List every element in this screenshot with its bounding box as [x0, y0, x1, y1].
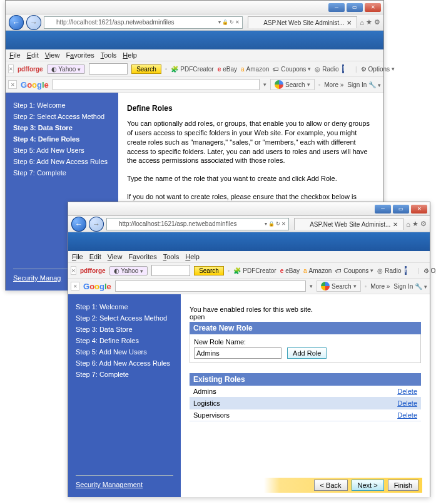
step-4[interactable]: Step 4: Define Roles — [13, 135, 111, 143]
tb-pdfcreator[interactable]: 🧩 PDFCreator — [233, 267, 276, 274]
step-2[interactable]: Step 2: Select Access Method — [76, 314, 173, 322]
step-3[interactable]: Step 3: Data Store — [76, 326, 173, 333]
step-1[interactable]: Step 1: Welcome — [13, 101, 111, 109]
signin-link[interactable]: Sign In 🔧 ▾ — [347, 81, 381, 88]
step-7[interactable]: Step 7: Complete — [76, 371, 173, 378]
step-1[interactable]: Step 1: Welcome — [76, 303, 173, 311]
tb-radio[interactable]: ◎ Radio — [315, 66, 338, 73]
back-nav-button[interactable]: ← — [9, 15, 24, 30]
next-button[interactable]: Next > — [352, 480, 384, 491]
menu-view[interactable]: View — [108, 253, 123, 260]
delete-link[interactable]: Delete — [332, 386, 421, 398]
gear-icon[interactable]: ⚙ — [374, 18, 380, 26]
page-content: Step 1: Welcome Step 2: Select Access Me… — [68, 294, 430, 497]
maximize-button[interactable]: ▭ — [393, 205, 409, 213]
forward-nav-button[interactable]: → — [26, 15, 41, 30]
toolbar-search-input[interactable] — [151, 265, 190, 276]
maximize-button[interactable]: ▭ — [347, 3, 363, 12]
close-button[interactable]: ✕ — [365, 3, 381, 12]
fb-icon[interactable]: f — [342, 64, 344, 73]
toolbar-close-icon[interactable]: ✕ — [8, 80, 17, 89]
table-row: Logistics Delete — [190, 398, 421, 409]
google-search-input[interactable] — [115, 280, 306, 292]
browser-tab[interactable]: ASP.Net Web Site Administ... ✕ — [294, 218, 403, 230]
delete-link[interactable]: Delete — [332, 398, 421, 409]
tb-radio[interactable]: ◎ Radio — [377, 267, 401, 274]
close-button[interactable]: ✕ — [411, 205, 427, 213]
tb-amazon[interactable]: a Amazon — [241, 66, 269, 73]
minimize-button[interactable]: ─ — [328, 3, 345, 12]
toolbar-close-icon[interactable]: ✕ — [8, 64, 14, 73]
table-row: Supervisors Delete — [190, 409, 421, 421]
toolbar-close-icon[interactable]: ✕ — [71, 266, 76, 275]
menu-file[interactable]: File — [9, 51, 21, 59]
pdfforge-logo: pdfforge — [80, 267, 106, 274]
gear-icon[interactable]: ⚙ — [420, 220, 427, 228]
menu-view[interactable]: View — [45, 51, 60, 59]
search-provider-dropdown[interactable]: ◐ Yahoo ▾ — [47, 64, 86, 74]
finish-button[interactable]: Finish — [388, 480, 418, 491]
google-search-button[interactable]: Search ▾ — [270, 79, 315, 90]
home-icon[interactable]: ⌂ — [360, 19, 364, 26]
menu-help[interactable]: Help — [123, 51, 137, 59]
minimize-button[interactable]: ─ — [375, 205, 391, 213]
search-provider-dropdown[interactable]: ◐ Yahoo ▾ — [109, 266, 148, 275]
address-bar: ← → http://localhost:1621/asp.netwebadmi… — [6, 14, 383, 31]
favorites-icon[interactable]: ★ — [366, 18, 372, 26]
tb-ebay[interactable]: e eBay — [218, 66, 237, 73]
tb-pdfcreator[interactable]: 🧩 PDFCreator — [171, 66, 213, 73]
toolbar-search-button[interactable]: Search — [194, 266, 224, 275]
step-4[interactable]: Step 4: Define Roles — [76, 337, 173, 344]
more-menu[interactable]: More » — [370, 283, 390, 290]
tab-title: ASP.Net Web Site Administ... — [310, 221, 390, 228]
tb-coupons[interactable]: 🏷 Coupons ▾ — [273, 66, 311, 73]
create-role-panel: New Role Name: Add Role — [190, 334, 421, 363]
menu-tools[interactable]: Tools — [163, 253, 180, 260]
browser-tab[interactable]: ASP.Net Web Site Administ... ✕ — [248, 16, 357, 28]
menu-edit[interactable]: Edit — [27, 51, 39, 59]
role-name: Supervisors — [190, 409, 332, 421]
add-role-button[interactable]: Add Role — [287, 347, 327, 359]
step-5[interactable]: Step 5: Add New Users — [13, 147, 111, 154]
fb-icon[interactable]: f — [405, 266, 407, 275]
command-bar — [6, 31, 383, 49]
tb-coupons[interactable]: 🏷 Coupons ▾ — [335, 267, 373, 274]
tb-options[interactable]: ⚙ Options ▾ — [361, 66, 395, 73]
toolbar-search-input[interactable] — [89, 63, 128, 75]
more-menu[interactable]: More » — [324, 81, 343, 88]
step-3[interactable]: Step 3: Data Store — [13, 124, 111, 131]
tb-ebay[interactable]: e eBay — [280, 267, 300, 274]
back-nav-button[interactable]: ← — [71, 217, 86, 232]
url-field[interactable]: http://localhost:1621/asp.netwebadminfil… — [44, 16, 243, 29]
menu-edit[interactable]: Edit — [89, 253, 101, 260]
menu-favorites[interactable]: Favorites — [128, 253, 156, 260]
tab-close-icon[interactable]: ✕ — [393, 221, 398, 228]
back-button[interactable]: < Back — [314, 480, 348, 491]
signin-link[interactable]: Sign In 🔧 ▾ — [393, 283, 427, 290]
toolbar-close-icon[interactable]: ✕ — [71, 282, 79, 291]
tb-amazon[interactable]: a Amazon — [303, 267, 332, 274]
delete-link[interactable]: Delete — [332, 409, 421, 421]
favorites-icon[interactable]: ★ — [412, 220, 418, 228]
step-6[interactable]: Step 6: Add New Access Rules — [76, 359, 173, 367]
forward-nav-button[interactable]: → — [89, 217, 104, 232]
google-search-button[interactable]: Search ▾ — [317, 280, 361, 292]
menu-help[interactable]: Help — [185, 253, 200, 260]
step-6[interactable]: Step 6: Add New Access Rules — [13, 158, 111, 165]
step-2[interactable]: Step 2: Select Access Method — [13, 113, 111, 120]
security-management-link[interactable]: Security Management — [76, 475, 173, 488]
menu-file[interactable]: File — [72, 253, 83, 260]
step-7[interactable]: Step 7: Complete — [13, 169, 111, 177]
menu-favorites[interactable]: Favorites — [66, 51, 94, 59]
tb-options[interactable]: ⚙ Options ▾ — [423, 267, 436, 274]
toolbar-search-button[interactable]: Search — [131, 64, 161, 74]
step-5[interactable]: Step 5: Add New Users — [76, 348, 173, 356]
menu-tools[interactable]: Tools — [101, 51, 117, 59]
pdfforge-toolbar: ✕ pdfforge ◐ Yahoo ▾ Search • 🧩 PDFCreat… — [68, 263, 430, 279]
tab-close-icon[interactable]: ✕ — [347, 19, 352, 26]
google-search-input[interactable] — [53, 79, 260, 90]
url-text: http://localhost:1621/asp.netwebadminfil… — [56, 19, 174, 26]
home-icon[interactable]: ⌂ — [406, 220, 410, 228]
url-field[interactable]: http://localhost:1621/asp.netwebadminfil… — [106, 218, 289, 230]
new-role-input[interactable] — [194, 347, 281, 359]
